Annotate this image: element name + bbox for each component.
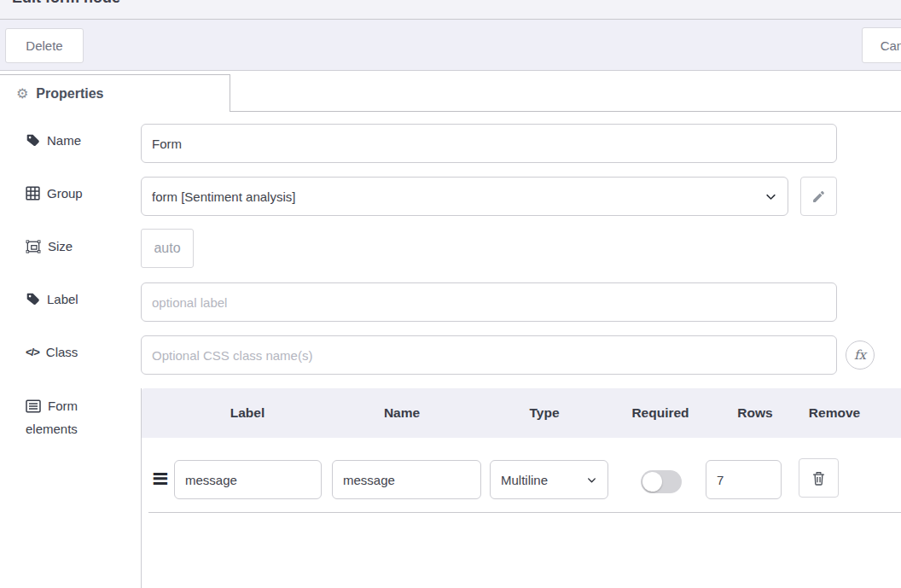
row-separator	[148, 512, 901, 513]
column-header-type: Type	[529, 405, 559, 421]
chevron-down-icon	[764, 190, 777, 203]
gear-icon: ⚙	[16, 85, 28, 102]
element-rows-input[interactable]	[706, 460, 782, 499]
size-field-label-text: Size	[48, 239, 73, 253]
form-elements-label-text2: elements	[26, 422, 78, 436]
name-input[interactable]	[141, 124, 837, 163]
trash-icon	[811, 470, 827, 486]
dialog-title: Edit form node	[12, 0, 901, 7]
form-elements-label-line2: elements	[26, 422, 78, 436]
table-grid-icon	[26, 186, 40, 201]
pencil-icon	[811, 189, 826, 204]
edit-form-node-dialog: Edit form node Delete Cancel ⚙ Propertie…	[0, 0, 901, 588]
label-input[interactable]	[141, 282, 837, 322]
list-icon	[26, 399, 41, 413]
label-field-label-text: Label	[47, 292, 78, 306]
class-field-label-text: Class	[46, 345, 78, 359]
dialog-header: Edit form node	[0, 0, 901, 20]
tag-icon	[26, 133, 40, 148]
name-field-label: Name	[26, 133, 81, 148]
column-header-name: Name	[384, 405, 420, 421]
column-header-remove: Remove	[809, 405, 860, 421]
form-elements-label-line1: Form	[26, 399, 78, 413]
element-label-input[interactable]	[174, 460, 322, 499]
column-header-required: Required	[631, 405, 689, 421]
element-type-select[interactable]: Multiline	[490, 460, 608, 499]
cancel-button[interactable]: Cancel	[862, 27, 901, 63]
edit-group-button[interactable]	[800, 177, 837, 216]
name-field-label-text: Name	[47, 133, 81, 148]
element-name-input[interactable]	[332, 460, 481, 499]
tag-icon	[26, 292, 40, 306]
form-elements-table-header: Label Name Type Required Rows Remove	[142, 388, 901, 438]
object-group-icon	[26, 240, 41, 253]
tab-properties[interactable]: ⚙ Properties	[0, 74, 230, 112]
group-select[interactable]: form [Sentiment analysis]	[141, 177, 788, 216]
form-elements-table: Label Name Type Required Rows Remove ≡ M…	[141, 388, 901, 588]
tab-label: Properties	[36, 86, 103, 102]
delete-button[interactable]: Delete	[5, 28, 84, 63]
expression-fx-button[interactable]: fx	[846, 341, 875, 370]
column-header-rows: Rows	[737, 405, 772, 421]
group-field-label: Group	[26, 186, 83, 201]
label-field-label: Label	[26, 292, 78, 306]
group-select-value: form [Sentiment analysis]	[152, 189, 764, 204]
toggle-knob	[642, 472, 662, 492]
tab-bar-underline	[230, 111, 901, 112]
code-icon: </>	[26, 346, 39, 358]
element-type-value: Multiline	[501, 473, 586, 487]
dialog-toolbar: Delete Cancel	[0, 20, 901, 71]
chevron-down-icon	[586, 474, 597, 486]
remove-element-button[interactable]	[799, 458, 839, 498]
class-field-label: </> Class	[26, 345, 78, 359]
group-field-label-text: Group	[47, 186, 83, 201]
column-header-label: Label	[230, 405, 264, 421]
form-elements-label-text1: Form	[48, 399, 78, 413]
class-input[interactable]	[141, 335, 837, 375]
drag-handle-icon[interactable]: ≡	[151, 467, 170, 489]
required-toggle[interactable]	[641, 470, 682, 493]
tab-bar: ⚙ Properties	[0, 71, 901, 112]
size-auto-button[interactable]: auto	[141, 229, 194, 268]
size-field-label: Size	[26, 239, 73, 253]
